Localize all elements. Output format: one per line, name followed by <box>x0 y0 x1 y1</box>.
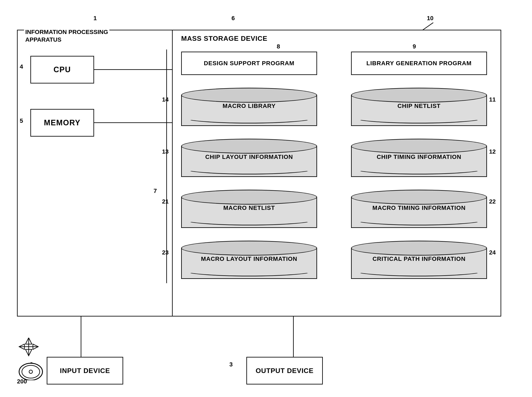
chip-netlist-cylinder: CHIP NETLIST <box>351 88 487 126</box>
ref-5: 5 <box>20 118 23 124</box>
macro-layout-label: MACRO LAYOUT INFORMATION <box>181 255 317 262</box>
chip-layout-label: CHIP LAYOUT INFORMATION <box>181 154 317 160</box>
design-support-label: DESIGN SUPPORT PROGRAM <box>204 60 294 67</box>
cpu-box: CPU <box>30 56 94 83</box>
ref-22: 22 <box>489 198 496 205</box>
ref-200: 200 <box>17 378 27 385</box>
chip-timing-cylinder: CHIP TIMING INFORMATION <box>351 139 487 177</box>
ref-23: 23 <box>162 249 169 256</box>
memory-label: MEMORY <box>44 118 81 127</box>
macro-netlist-cylinder: MACRO NETLIST <box>181 190 317 228</box>
macro-timing-label: MACRO TIMING INFORMATION <box>351 205 487 211</box>
chip-layout-cylinder: CHIP LAYOUT INFORMATION <box>181 139 317 177</box>
input-device-label: INPUT DEVICE <box>60 367 110 375</box>
ref-21: 21 <box>162 198 169 205</box>
macro-library-label: MACRO LIBRARY <box>181 103 317 109</box>
mouse-icon <box>17 338 45 380</box>
critical-path-label: CRITICAL PATH INFORMATION <box>351 255 487 262</box>
library-gen-label: LIBRARY GENERATION PROGRAM <box>366 60 471 67</box>
ref-8: 8 <box>277 43 280 50</box>
diagram-container: 1 10 6 INFORMATION PROCESSINGAPPARATUS C… <box>13 13 518 385</box>
input-device-box: INPUT DEVICE <box>47 357 123 385</box>
ref-4: 4 <box>20 63 23 70</box>
mass-storage-label: MASS STORAGE DEVICE <box>181 35 267 43</box>
ref-7: 7 <box>154 187 157 194</box>
macro-timing-cylinder: MACRO TIMING INFORMATION <box>351 190 487 228</box>
mass-storage-box: MASS STORAGE DEVICE 8 DESIGN SUPPORT PRO… <box>172 30 501 316</box>
ref-3: 3 <box>229 361 233 368</box>
output-device-label: OUTPUT DEVICE <box>256 367 314 375</box>
vertical-line <box>166 50 167 283</box>
macro-netlist-label: MACRO NETLIST <box>181 205 317 211</box>
output-device-box: OUTPUT DEVICE <box>246 357 323 385</box>
design-support-box: DESIGN SUPPORT PROGRAM <box>181 52 317 75</box>
ref-6: 6 <box>231 15 235 22</box>
memory-box: MEMORY <box>30 109 94 136</box>
cpu-label: CPU <box>54 65 71 74</box>
vert-top <box>166 50 167 69</box>
ref-9: 9 <box>413 43 416 50</box>
apparatus-label: INFORMATION PROCESSINGAPPARATUS <box>24 28 109 44</box>
macro-layout-cylinder: MACRO LAYOUT INFORMATION <box>181 241 317 279</box>
ref-10: 10 <box>427 15 433 22</box>
critical-path-cylinder: CRITICAL PATH INFORMATION <box>351 241 487 279</box>
ref-12: 12 <box>489 148 496 155</box>
ref-1: 1 <box>93 15 97 22</box>
ref-14: 14 <box>162 96 169 103</box>
ref-11: 11 <box>489 96 496 103</box>
ref-13: 13 <box>162 148 169 155</box>
macro-library-cylinder: MACRO LIBRARY <box>181 88 317 126</box>
library-gen-box: LIBRARY GENERATION PROGRAM <box>351 52 487 75</box>
svg-point-8 <box>29 370 32 373</box>
chip-timing-label: CHIP TIMING INFORMATION <box>351 154 487 160</box>
ref-24: 24 <box>489 249 496 256</box>
chip-netlist-label: CHIP NETLIST <box>351 103 487 109</box>
